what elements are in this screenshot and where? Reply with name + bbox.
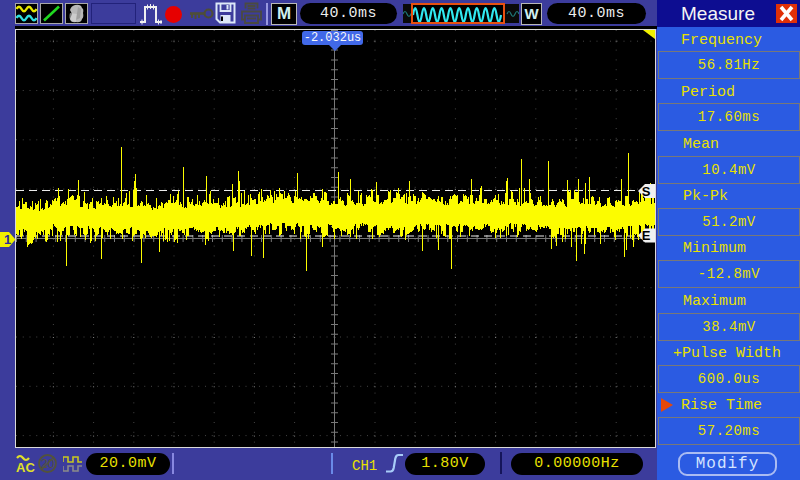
svg-text:E: E: [642, 228, 651, 243]
svg-text:S: S: [642, 184, 651, 199]
svg-text:20: 20: [41, 457, 55, 471]
svg-text:1: 1: [4, 232, 11, 247]
svg-text:AC: AC: [16, 460, 35, 474]
